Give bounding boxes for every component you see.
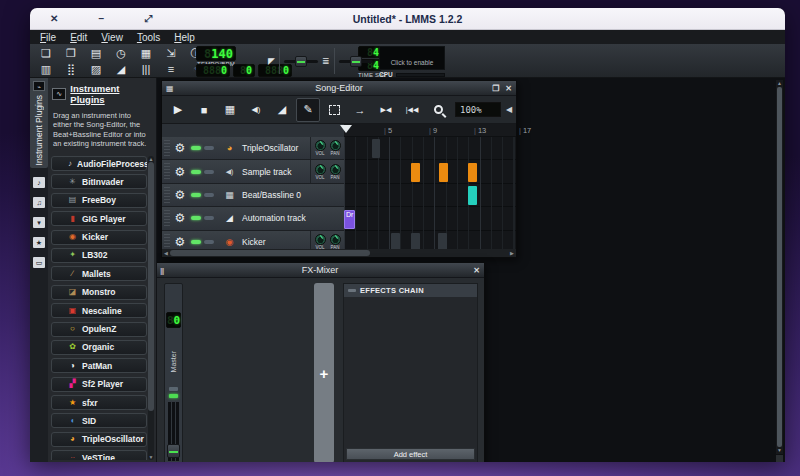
piano-roll-toggle-button[interactable]: ▨: [84, 61, 108, 77]
draw-mode-button[interactable]: ✎: [296, 98, 320, 122]
plugin-item-freeboy[interactable]: ▤FreeBoy: [51, 193, 147, 208]
track-grip[interactable]: [164, 234, 170, 250]
scroll-down-icon[interactable]: ▼: [776, 447, 783, 454]
track-name[interactable]: Sample track: [242, 167, 292, 177]
scroll-down-icon[interactable]: ▼: [148, 454, 154, 460]
track-grip[interactable]: [164, 210, 170, 226]
master-volume-slider[interactable]: [284, 60, 318, 63]
plugin-item-vestige[interactable]: ∙∙VeSTige: [51, 450, 147, 460]
solo-led[interactable]: [204, 193, 214, 197]
track-name[interactable]: Kicker: [242, 237, 266, 247]
solo-led[interactable]: [204, 146, 214, 150]
stop-button[interactable]: ■: [192, 98, 216, 122]
song-grid[interactable]: Dr: [344, 137, 516, 254]
export-project-button[interactable]: ⇲: [159, 45, 183, 61]
plugin-item-sf2player[interactable]: ▞Sf2 Player: [51, 377, 147, 392]
menu-tools[interactable]: Tools: [131, 32, 166, 43]
song-editor-close-icon[interactable]: ✕: [505, 85, 512, 93]
sample-segment[interactable]: [439, 163, 448, 182]
mute-led[interactable]: [191, 170, 201, 174]
track-gear-icon[interactable]: ⚙: [172, 211, 188, 225]
plugin-item-organic[interactable]: ✿Organic: [51, 340, 147, 355]
solo-led[interactable]: [204, 240, 214, 244]
effects-chain-enable-led[interactable]: [348, 289, 356, 292]
open-recent-button[interactable]: ◷: [109, 45, 133, 61]
sample-segment[interactable]: [468, 163, 477, 182]
scrollbar-thumb[interactable]: [148, 162, 154, 411]
plugin-list-scrollbar[interactable]: ▲ ▼: [148, 156, 154, 460]
pan-knob[interactable]: [330, 234, 341, 245]
plugin-item-lb302[interactable]: ✦LB302: [51, 248, 147, 263]
volume-knob[interactable]: [315, 164, 326, 175]
mute-led[interactable]: [191, 216, 201, 220]
bb-segment[interactable]: [468, 186, 477, 205]
hscrollbar-thumb[interactable]: [170, 250, 370, 256]
track-gear-icon[interactable]: ⚙: [172, 188, 188, 202]
plugin-item-nescaline[interactable]: ▣Nescaline: [51, 303, 147, 318]
track-gear-icon[interactable]: ⚙: [172, 235, 188, 249]
volume-knob[interactable]: [315, 234, 326, 245]
plugin-item-opulenz[interactable]: ○OpulenZ: [51, 322, 147, 337]
plugin-item-bitinvader[interactable]: ✳BitInvader: [51, 174, 147, 189]
open-project-button[interactable]: ❐: [59, 45, 83, 61]
mute-led[interactable]: [191, 146, 201, 150]
channel-led-on[interactable]: [169, 394, 178, 398]
zoom-level-display[interactable]: 100%: [455, 102, 501, 117]
sidebar-tab-my-projects[interactable]: ♪: [33, 177, 45, 188]
fx-mixer-titlebar[interactable]: ||| FX-Mixer ✕: [157, 263, 484, 278]
mute-led[interactable]: [191, 240, 201, 244]
automation-editor-toggle-button[interactable]: ◢: [109, 61, 133, 77]
song-editor-restore-icon[interactable]: ❐: [492, 85, 499, 93]
track-name[interactable]: Automation track: [242, 213, 306, 223]
plugin-item-sfxr[interactable]: ★sfxr: [51, 395, 147, 410]
song-editor-toggle-button[interactable]: ▥: [34, 61, 58, 77]
fx-mixer-toggle-button[interactable]: |||: [134, 61, 158, 77]
menu-file[interactable]: File: [34, 32, 62, 43]
timeline[interactable]: 5 9 13 17: [344, 124, 516, 137]
menu-view[interactable]: View: [95, 32, 129, 43]
plugin-item-tripleoscillator[interactable]: ◕TripleOscillator: [51, 432, 147, 447]
sidebar-tab-my-presets[interactable]: ▾: [33, 217, 45, 228]
plugin-item-gigplayer[interactable]: ▮GIG Player: [51, 211, 147, 226]
menu-edit[interactable]: Edit: [64, 32, 93, 43]
tempo-display[interactable]: 8140: [196, 46, 236, 61]
track-grip[interactable]: [164, 140, 170, 156]
track-name[interactable]: Beat/Bassline 0: [242, 190, 301, 200]
plugin-item-monstro[interactable]: ◪Monstro: [51, 285, 147, 300]
solo-led[interactable]: [204, 170, 214, 174]
plugin-item-kicker[interactable]: ◉Kicker: [51, 230, 147, 245]
master-pitch-slider[interactable]: [339, 60, 373, 63]
scroll-left-icon[interactable]: ◀: [162, 250, 170, 256]
zoom-decrease-icon[interactable]: ◀: [506, 105, 512, 114]
track-gear-icon[interactable]: ⚙: [172, 141, 188, 155]
workspace-vscrollbar[interactable]: ▲ ▼: [776, 80, 783, 454]
pan-knob[interactable]: [330, 140, 341, 151]
volume-knob[interactable]: [315, 140, 326, 151]
recent-projects-button[interactable]: ▤: [84, 45, 108, 61]
sidebar-tab-my-home[interactable]: ★: [33, 237, 45, 248]
sidebar-tab-instrument-plugins[interactable]: ⌁ Instrument Plugins: [30, 78, 48, 168]
scroll-right-icon[interactable]: ▶: [508, 250, 516, 256]
mute-led[interactable]: [191, 193, 201, 197]
bb-editor-toggle-button[interactable]: ⣿: [59, 61, 83, 77]
scroll-up-icon[interactable]: ▲: [776, 80, 783, 87]
pan-knob[interactable]: [330, 164, 341, 175]
plugin-item-sid[interactable]: ◖SID: [51, 413, 147, 428]
song-editor-titlebar[interactable]: ▦ Song-Editor ❐ ✕: [162, 81, 516, 96]
sidebar-tab-my-samples[interactable]: ♫: [33, 197, 45, 208]
vscrollbar-thumb[interactable]: [777, 87, 782, 447]
song-editor-hscrollbar[interactable]: ◀ ▶: [162, 249, 516, 257]
back-to-start-button[interactable]: |◀◀: [400, 98, 424, 122]
plugin-item-patman[interactable]: ◑PatMan: [51, 358, 147, 373]
plugin-item-audiofileprocessor[interactable]: ♪AudioFileProcessor: [51, 156, 147, 171]
project-notes-toggle-button[interactable]: ≡: [159, 61, 183, 77]
track-name[interactable]: TripleOscillator: [242, 143, 298, 153]
add-automation-track-button[interactable]: ◢: [270, 98, 294, 122]
edit-mode-button[interactable]: [322, 98, 346, 122]
automation-segment[interactable]: Dr: [344, 210, 355, 229]
fader-handle[interactable]: [167, 444, 180, 458]
plugin-item-mallets[interactable]: ∕Mallets: [51, 266, 147, 281]
menu-help[interactable]: Help: [168, 32, 201, 43]
add-bb-track-button[interactable]: ▦: [218, 98, 242, 122]
play-button[interactable]: ▶: [166, 98, 190, 122]
